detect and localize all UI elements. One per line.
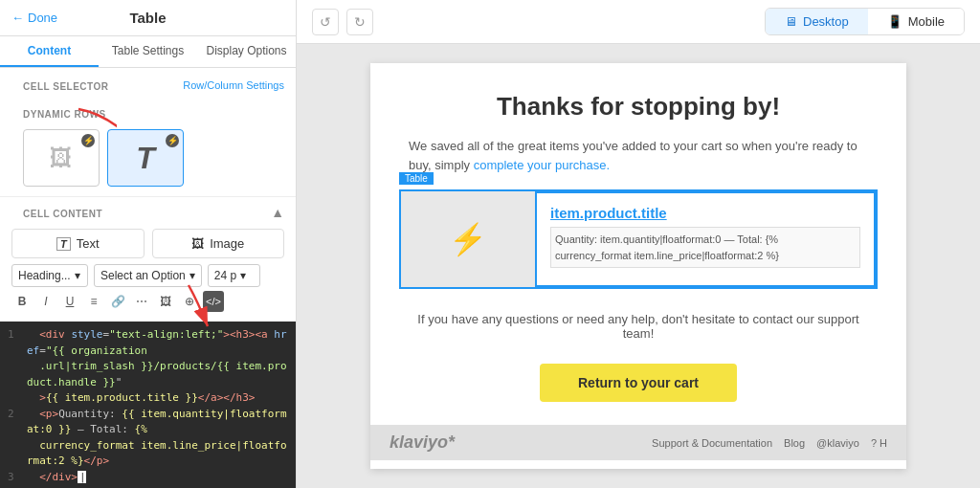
dynamic-rows: 🖼 ⚡ T ⚡: [11, 123, 284, 192]
align-button[interactable]: ≡: [83, 291, 104, 312]
top-bar: ← Done Table: [0, 0, 296, 36]
code-line-2b: currency_format item.line_price|floatfor…: [8, 438, 288, 470]
nav-buttons: ↺ ↻: [312, 9, 373, 35]
product-image-placeholder-icon: ⚡: [449, 221, 487, 257]
desktop-button[interactable]: 🖥 Desktop: [766, 9, 868, 34]
mobile-icon: 📱: [887, 14, 902, 29]
desktop-label: Desktop: [803, 14, 849, 29]
size-chevron-icon: ▾: [240, 269, 246, 282]
text-label: Text: [77, 236, 100, 251]
klaviyo-social-link[interactable]: @klaviyo: [816, 437, 859, 449]
image-cell-box[interactable]: 🖼 ⚡: [23, 129, 100, 187]
underline-button[interactable]: U: [59, 291, 80, 312]
redo-button[interactable]: ↻: [346, 9, 373, 35]
text-button[interactable]: T Text: [11, 229, 145, 258]
product-info-cell: item.product.title Quantity: item.quanti…: [535, 191, 876, 287]
option-dropdown[interactable]: Select an Option ▾: [94, 264, 202, 287]
right-panel: ↺ ↻ 🖥 Desktop 📱 Mobile Thanks for stoppi…: [297, 0, 980, 488]
row-col-settings-link[interactable]: Row/Column Settings: [183, 79, 284, 91]
image-insert-button[interactable]: 🖼: [155, 291, 176, 312]
more-button[interactable]: ⋯: [131, 291, 152, 312]
content-type-buttons: T Text 🖼 Image: [11, 229, 284, 258]
text-cell-icon: T: [136, 141, 155, 176]
cell-selector-section: CELL SELECTOR Row/Column Settings: [0, 68, 296, 101]
collapse-button[interactable]: ▲: [271, 205, 284, 220]
code-line-1c: >{{ item.product.title }}</a></h3>: [8, 390, 288, 407]
link-button[interactable]: 🔗: [107, 291, 128, 312]
email-link[interactable]: complete your purchase.: [474, 158, 610, 172]
device-toggle: 🖥 Desktop 📱 Mobile: [765, 8, 965, 35]
tab-display-options[interactable]: Display Options: [197, 36, 296, 67]
return-btn-wrap: Return to your cart: [370, 356, 906, 425]
desktop-icon: 🖥: [785, 14, 797, 29]
mobile-label: Mobile: [908, 14, 945, 29]
table-label: Table: [399, 172, 434, 185]
code-line-1: 1 <div style="text-align:left;"><h3><a h…: [8, 327, 288, 359]
format-toolbar-row: Heading... ▾ Select an Option ▾ 24 p ▾: [11, 264, 284, 287]
text-icon: T: [56, 237, 71, 251]
return-button[interactable]: Return to your cart: [540, 364, 737, 402]
tab-table-settings[interactable]: Table Settings: [99, 36, 197, 67]
email-title: Thanks for stopping by!: [409, 92, 868, 122]
back-arrow-icon: ←: [11, 11, 24, 25]
image-cell-icon: 🖼: [50, 144, 73, 171]
left-panel: ← Done Table Content Table Settings Disp…: [0, 0, 297, 488]
cell-content-section: CELL CONTENT ▲ T Text 🖼 Image Heading...…: [0, 196, 296, 322]
italic-button[interactable]: I: [35, 291, 56, 312]
klaviyo-footer: klaviyo* Support & Documentation Blog @k…: [370, 425, 906, 460]
klaviyo-logo: klaviyo*: [390, 433, 455, 453]
code-line-1b: .url|trim_slash }}/products/{{ item.prod…: [8, 359, 288, 390]
product-table: ⚡ item.product.title Quantity: item.quan…: [399, 189, 878, 289]
special-button[interactable]: ⊕: [179, 291, 200, 312]
cell-content-header: CELL CONTENT ▲: [11, 201, 284, 223]
product-image-cell: ⚡: [401, 191, 535, 287]
done-button[interactable]: ← Done: [11, 11, 57, 25]
code-button[interactable]: </>: [203, 291, 224, 312]
undo-button[interactable]: ↺: [312, 9, 339, 35]
preview-area[interactable]: Thanks for stopping by! We saved all of …: [297, 44, 980, 488]
image-label: Image: [210, 236, 244, 251]
image-lightning-badge: ⚡: [81, 134, 95, 147]
heading-dropdown[interactable]: Heading... ▾: [11, 264, 88, 287]
image-icon: 🖼: [191, 236, 204, 251]
tab-content[interactable]: Content: [0, 36, 99, 67]
text-cell-box[interactable]: T ⚡: [107, 129, 184, 187]
product-row: ⚡ item.product.title Quantity: item.quan…: [401, 191, 876, 287]
image-button[interactable]: 🖼 Image: [152, 229, 285, 258]
size-dropdown[interactable]: 24 p ▾: [208, 264, 260, 287]
mobile-button[interactable]: 📱 Mobile: [868, 9, 964, 34]
tabs-row: Content Table Settings Display Options: [0, 36, 296, 68]
option-chevron-icon: ▾: [189, 269, 195, 282]
bold-button[interactable]: B: [11, 291, 33, 312]
product-details: Quantity: item.quantity|floatformat:0 — …: [550, 227, 860, 268]
blog-link[interactable]: Blog: [784, 437, 805, 449]
support-link[interactable]: Support & Documentation: [652, 437, 772, 449]
code-line-3: 3 </div>|: [8, 470, 288, 486]
email-header: Thanks for stopping by!: [370, 63, 906, 137]
help-link[interactable]: ? H: [871, 437, 887, 449]
done-label: Done: [28, 11, 57, 25]
panel-title: Table: [129, 10, 166, 26]
product-title[interactable]: item.product.title: [550, 205, 860, 221]
dynamic-rows-label: DYNAMIC ROWS: [11, 101, 284, 123]
format-toolbar: B I U ≡ 🔗 ⋯ 🖼 ⊕ </>: [11, 291, 284, 312]
heading-chevron-icon: ▾: [75, 269, 80, 282]
email-container: Thanks for stopping by! We saved all of …: [370, 63, 906, 469]
email-footer-text: If you have any questions or need any he…: [370, 304, 906, 356]
code-editor[interactable]: 1 <div style="text-align:left;"><h3><a h…: [0, 322, 296, 488]
code-line-2: 2 <p>Quantity: {{ item.quantity|floatfor…: [8, 407, 288, 438]
cell-selector-label: CELL SELECTOR: [11, 74, 120, 96]
email-body: We saved all of the great items you've a…: [370, 137, 906, 189]
text-lightning-badge: ⚡: [166, 134, 179, 147]
cell-content-label: CELL CONTENT: [11, 201, 114, 223]
footer-links: Support & Documentation Blog @klaviyo ? …: [652, 437, 887, 449]
right-top-bar: ↺ ↻ 🖥 Desktop 📱 Mobile: [297, 0, 980, 44]
